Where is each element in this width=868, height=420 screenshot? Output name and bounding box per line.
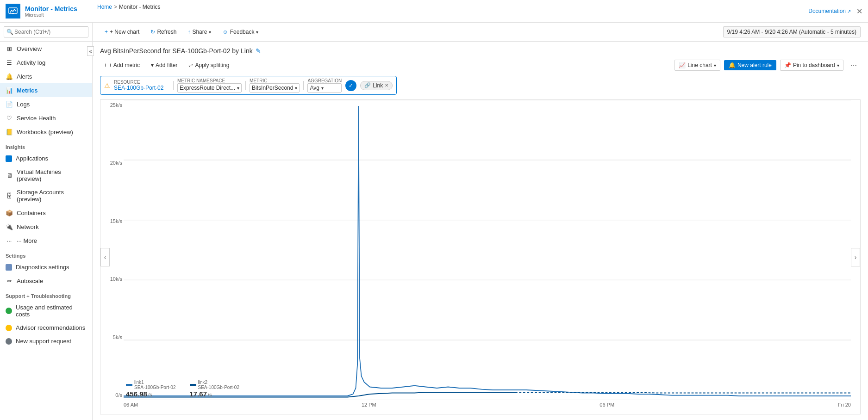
app-icon — [6, 4, 20, 19]
insights-label: Insights — [0, 139, 92, 152]
apply-splitting-button[interactable]: ⇌ Apply splitting — [185, 60, 233, 70]
aggregation-group: AGGREGATION Avg ▾ — [307, 78, 342, 93]
app-subtitle: Microsoft — [25, 12, 77, 18]
splitting-icon: ⇌ — [188, 62, 193, 68]
chart-edit-icon[interactable]: ✎ — [256, 47, 261, 55]
link-icon: 🔗 — [364, 82, 371, 88]
namespace-chevron: ▾ — [237, 86, 239, 91]
doc-icon: 📄 — [6, 100, 13, 108]
chart-type-button[interactable]: 📈 Line chart ▾ — [674, 60, 720, 71]
svg-rect-0 — [9, 8, 17, 13]
legend-item-link1: link1SEA-100Gb-Port-02 456.98 /s — [126, 380, 176, 398]
bell-icon: 🔔 — [6, 73, 13, 80]
sidebar-item-new-support[interactable]: New support request — [0, 334, 92, 348]
pin-to-dashboard-button[interactable]: 📌 Pin to dashboard ▾ — [780, 60, 843, 71]
divider-1 — [173, 81, 174, 90]
chart-nav-right[interactable]: › — [851, 248, 860, 266]
breadcrumb-home[interactable]: Home — [97, 4, 112, 10]
add-filter-button[interactable]: ▾ Add filter — [147, 60, 181, 70]
sidebar-item-service-health[interactable]: ♡ Service Health — [0, 111, 92, 125]
legend-name-link2: link2SEA-100Gb-Port-02 — [198, 380, 240, 390]
x-axis: 06 AM 12 PM 06 PM Fri 20 — [124, 400, 851, 414]
container-icon: 📦 — [6, 209, 13, 216]
scale-icon: ✏ — [6, 277, 13, 284]
sidebar-item-diagnostics[interactable]: Diagnostics settings — [0, 260, 92, 274]
divider-3 — [303, 81, 304, 90]
new-alert-rule-button[interactable]: 🔔 New alert rule — [724, 60, 776, 70]
documentation-link[interactable]: Documentation ↗ — [808, 8, 851, 14]
metric-label: METRIC — [250, 78, 300, 83]
chart-legend: link1SEA-100Gb-Port-02 456.98 /s link2SE… — [126, 380, 239, 398]
sidebar-item-logs[interactable]: 📄 Logs — [0, 97, 92, 111]
sidebar-item-more[interactable]: ··· ··· More — [0, 234, 92, 247]
chart-wrapper: ‹ › 25k/s 20k/s 15k/s 10k/s 5k/s 0/s — [100, 99, 861, 414]
chart-type-chevron: ▾ — [714, 63, 716, 68]
add-metric-button[interactable]: + + Add metric — [100, 60, 144, 70]
y-label-20k: 20k/s — [101, 160, 122, 166]
sidebar-item-activity-log[interactable]: ☰ Activity log — [0, 56, 92, 69]
warning-icon: ⚠ — [104, 82, 110, 89]
sidebar-item-virtual-machines[interactable]: 🖥 Virtual Machines (preview) — [0, 165, 92, 185]
breadcrumb: Home > Monitor - Metrics — [97, 4, 160, 10]
sidebar-item-autoscale[interactable]: ✏ Autoscale — [0, 274, 92, 288]
sidebar-item-applications[interactable]: Applications — [0, 152, 92, 165]
sidebar-item-alerts[interactable]: 🔔 Alerts — [0, 69, 92, 83]
share-icon: ↑ — [187, 29, 190, 35]
vm-icon: 🖥 — [6, 172, 13, 179]
sidebar-item-overview[interactable]: ⊞ Overview — [0, 42, 92, 56]
metric-dropdown[interactable]: BitsInPerSecond ▾ — [250, 83, 300, 93]
sidebar-item-network[interactable]: 🔌 Network — [0, 220, 92, 234]
new-chart-button[interactable]: + + New chart — [100, 26, 144, 37]
y-label-25k: 25k/s — [101, 102, 122, 108]
close-button[interactable]: ✕ — [856, 7, 862, 16]
sidebar-item-metrics[interactable]: 📊 Metrics — [0, 83, 92, 97]
sidebar-item-containers[interactable]: 📦 Containers — [0, 206, 92, 220]
sidebar-item-workbooks[interactable]: 📒 Workbooks (preview) — [0, 125, 92, 139]
x-label-6am: 06 AM — [124, 402, 138, 408]
link-tag[interactable]: 🔗 Link ✕ — [360, 81, 393, 90]
more-options-button[interactable]: ··· — [847, 59, 861, 71]
search-input[interactable] — [4, 26, 88, 37]
support-label: Support + Troubleshooting — [0, 288, 92, 301]
heart-icon: ♡ — [6, 114, 13, 122]
breadcrumb-current: Monitor - Metrics — [119, 4, 160, 10]
remove-link-button[interactable]: ✕ — [385, 83, 388, 88]
resource-label: RESOURCE — [114, 80, 169, 85]
new-chart-icon: + — [105, 29, 108, 35]
share-button[interactable]: ↑ Share ▾ — [183, 26, 216, 37]
storage-icon: 🗄 — [6, 192, 13, 199]
x-label-fri20: Fri 20 — [838, 402, 851, 408]
aggregation-label: AGGREGATION — [307, 78, 342, 83]
link1-line — [124, 106, 851, 396]
namespace-dropdown[interactable]: ExpressRoute Direct... ▾ — [177, 83, 242, 93]
metric-selector: ⚠ RESOURCE METRIC NAMESPACE ExpressRoute… — [100, 76, 397, 95]
advisor-icon — [6, 325, 12, 331]
list-icon: ☰ — [6, 59, 13, 66]
aggregation-dropdown[interactable]: Avg ▾ — [307, 83, 342, 93]
legend-color-link1 — [126, 384, 132, 386]
sidebar-item-usage[interactable]: Usage and estimated costs — [0, 301, 92, 321]
legend-unit-link1: /s — [148, 392, 152, 397]
y-label-0: 0/s — [101, 392, 122, 398]
time-range[interactable]: 9/19 4:26 AM - 9/20 4:26 AM (Automatic -… — [723, 26, 861, 37]
metric-group: METRIC BitsInPerSecond ▾ — [250, 78, 300, 93]
sidebar-item-storage-accounts[interactable]: 🗄 Storage Accounts (preview) — [0, 185, 92, 206]
sidebar-item-advisor[interactable]: Advisor recommendations — [0, 321, 92, 334]
resource-input[interactable] — [114, 85, 169, 91]
legend-item-link2: link2SEA-100Gb-Port-02 17.67 /s — [190, 380, 240, 398]
sidebar: 🔍 ⊞ Overview ☰ Activity log 🔔 Alerts 📊 M… — [0, 23, 93, 420]
confirm-button[interactable]: ✓ — [345, 80, 356, 91]
feedback-button[interactable]: ☺ Feedback ▾ — [218, 26, 263, 37]
legend-value-link1: 456.98 — [126, 390, 147, 398]
divider-2 — [245, 81, 246, 90]
aggregation-chevron: ▾ — [321, 86, 324, 91]
more-icon: ··· — [6, 237, 13, 244]
grid-icon: ⊞ — [6, 45, 13, 52]
book-icon: 📒 — [6, 128, 13, 136]
alert-icon: 🔔 — [729, 62, 736, 68]
refresh-button[interactable]: ↻ Refresh — [146, 26, 181, 37]
chart-icon: 📊 — [6, 86, 13, 94]
sidebar-collapse-btn[interactable]: « — [87, 46, 94, 56]
chart-nav-left[interactable]: ‹ — [100, 248, 110, 266]
chart-svg — [124, 100, 851, 400]
